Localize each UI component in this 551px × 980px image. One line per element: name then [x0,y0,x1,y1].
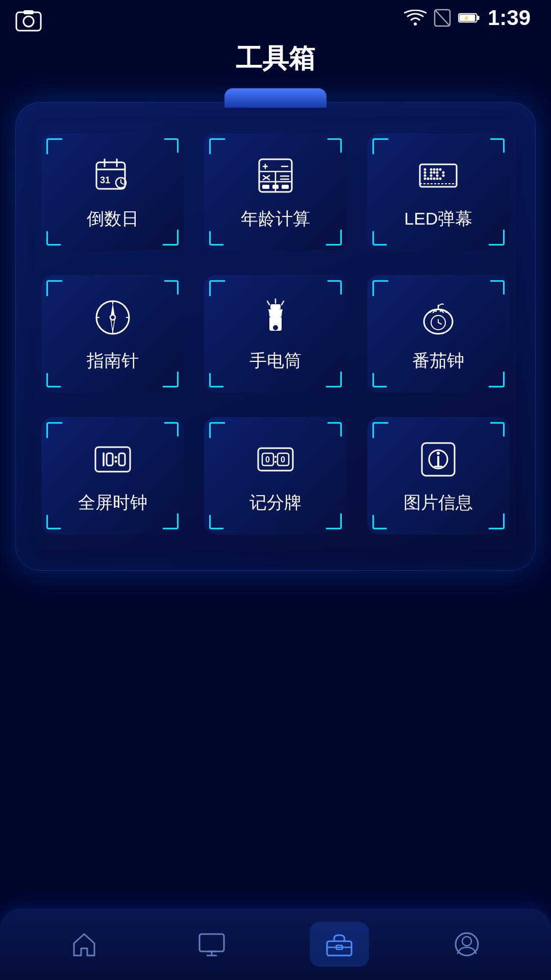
svg-point-34 [424,172,427,174]
tools-grid: 31 倒数日 [41,133,510,534]
svg-rect-96 [327,941,352,955]
svg-point-46 [439,168,442,171]
page-title: 工具箱 [0,41,551,77]
main-card: 31 倒数日 [15,102,536,571]
bottom-nav [0,909,551,980]
svg-rect-65 [270,304,281,309]
tool-age-calc-label: 年龄计算 [241,207,310,231]
svg-point-50 [442,175,445,177]
svg-point-42 [430,175,433,177]
scoreboard-icon: 0 0 [255,439,296,480]
svg-marker-56 [111,303,115,316]
status-icons: ⚡ 1:39 [404,6,531,30]
svg-point-44 [433,178,436,180]
svg-point-48 [442,172,445,174]
svg-rect-31 [282,185,289,189]
svg-text:⚡: ⚡ [463,15,470,21]
svg-point-100 [462,937,471,946]
svg-point-40 [430,172,433,174]
calendar-countdown-icon: 31 [92,155,133,196]
svg-text:0: 0 [265,455,270,464]
photo-icon [14,7,43,36]
svg-point-52 [439,178,442,180]
svg-point-38 [430,168,433,171]
flashlight-icon [255,297,296,338]
svg-point-49 [436,175,439,177]
svg-point-51 [436,178,439,180]
svg-rect-7 [477,16,480,20]
tool-scoreboard-label: 记分牌 [249,491,302,514]
svg-point-33 [424,168,427,171]
tool-image-info-label: 图片信息 [404,491,473,514]
svg-rect-30 [272,185,279,189]
calculator-grid-icon [255,155,296,196]
toolbox-icon [325,930,354,959]
led-display-icon [418,155,459,196]
svg-point-43 [430,178,433,180]
nav-toolbox[interactable] [310,922,369,967]
svg-line-17 [121,183,123,184]
nav-screen[interactable] [182,922,241,967]
status-time: 1:39 [488,6,531,30]
svg-rect-80 [258,448,293,471]
svg-line-64 [282,301,284,305]
svg-point-3 [414,22,417,26]
svg-rect-0 [16,12,41,31]
image-info-icon [418,439,459,480]
svg-marker-57 [111,318,115,332]
clock-display-icon: 10:00 [92,439,133,480]
status-bar: ⚡ 1:39 [0,0,551,36]
tool-fullscreen-clock[interactable]: 10:00 全屏时钟 [41,417,184,534]
svg-line-72 [438,323,441,324]
tool-compass[interactable]: 指南针 [41,275,184,393]
card-tab-handle [224,88,327,108]
svg-point-37 [427,178,430,180]
screen-icon [197,930,226,959]
svg-line-63 [267,301,269,305]
wifi-icon [404,10,427,26]
compass-icon [92,297,133,338]
svg-point-39 [433,168,436,171]
tool-flashlight-label: 手电筒 [249,349,302,373]
svg-point-45 [436,168,439,171]
tool-fullscreen-clock-label: 全屏时钟 [78,491,147,514]
svg-point-35 [424,175,427,177]
svg-point-89 [437,452,440,455]
svg-rect-29 [262,185,269,189]
tool-led-banner-label: LED弹幕 [404,207,472,231]
tool-countdown[interactable]: 31 倒数日 [41,133,184,251]
svg-point-1 [23,16,34,27]
tool-led-banner[interactable]: LED弹幕 [367,133,510,251]
tool-scoreboard[interactable]: 0 0 记分牌 [204,417,346,534]
tool-countdown-label: 倒数日 [87,207,139,231]
svg-point-67 [273,325,278,330]
svg-rect-78 [119,453,125,465]
svg-point-85 [274,456,277,458]
tool-compass-label: 指南针 [87,349,139,373]
svg-point-86 [274,461,277,463]
tool-age-calc[interactable]: 年龄计算 [204,133,346,251]
svg-text:31: 31 [100,175,110,185]
battery-icon: ⚡ [458,11,481,25]
tomato-clock-icon [418,297,459,338]
tool-image-info[interactable]: 图片信息 [367,417,510,534]
tool-pomodoro[interactable]: 番茄钟 [367,275,510,393]
tool-flashlight[interactable]: 手电筒 [204,275,346,393]
nav-profile[interactable] [437,922,496,967]
home-icon [70,930,98,959]
svg-line-5 [436,11,449,25]
svg-rect-2 [23,10,34,14]
nav-home[interactable] [55,922,114,967]
sim-icon [434,9,451,27]
svg-rect-92 [199,934,224,951]
svg-point-36 [424,178,427,180]
svg-text:0: 0 [281,455,285,464]
profile-icon [453,930,481,959]
svg-point-41 [433,172,436,174]
svg-point-47 [436,172,439,174]
svg-point-76 [114,456,117,459]
tool-pomodoro-label: 番茄钟 [412,349,464,373]
